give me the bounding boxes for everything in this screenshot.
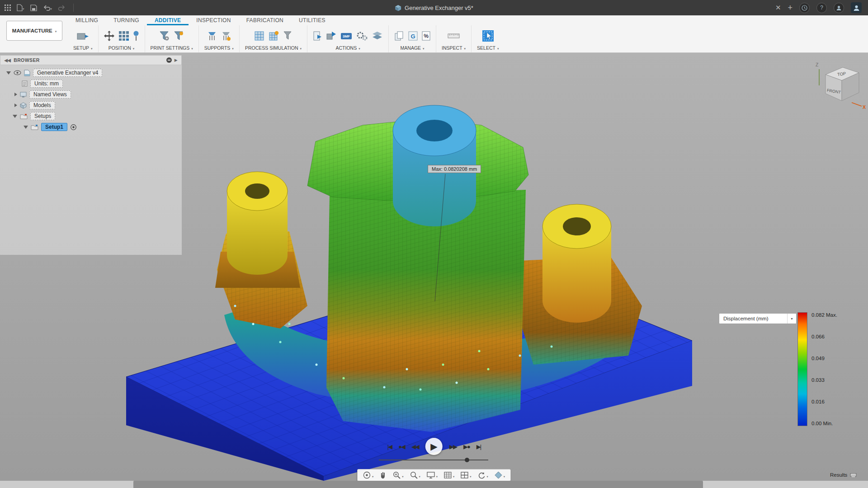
zoom-window-button[interactable] [390,469,406,481]
zoom-button[interactable] [406,469,423,481]
group-supports-label[interactable]: SUPPORTS [204,45,234,52]
visibility-eye-icon[interactable] [14,70,21,75]
workspace-switcher-button[interactable]: MANUFACTURE [6,21,62,41]
group-inspect-label[interactable]: INSPECT [442,45,466,52]
viewports-button[interactable] [458,469,474,481]
copy-pages-icon [394,31,404,41]
view-cube[interactable]: TOP FRONT Z X [813,59,867,113]
tree-item-models[interactable]: Models [29,101,55,109]
profile-icon[interactable] [834,3,844,13]
generate-supports-button[interactable] [207,31,217,41]
group-process-simulation-label[interactable]: PROCESS SIMULATION [245,45,302,52]
tolerance-button[interactable]: % [422,31,430,41]
job-status-icon[interactable] [799,3,810,13]
group-setup-label[interactable]: SETUP [73,45,93,52]
grid-settings-icon [444,472,452,479]
visual-style-button[interactable] [491,469,508,481]
expander-document[interactable] [6,71,11,75]
undo-icon[interactable] [43,4,52,12]
redo-icon[interactable] [58,5,66,11]
x-axis-line [852,103,862,106]
simulation-study-button[interactable] [254,31,264,41]
select-tool-button[interactable] [482,30,494,42]
results-status[interactable]: Results [830,472,857,478]
titlebar-divider [73,4,74,12]
skip-to-end-button[interactable]: ▶| [476,443,481,450]
active-setup-radio-icon[interactable] [70,124,77,131]
dropdown-caret-icon[interactable] [787,314,796,324]
group-supports: SUPPORTS [199,25,240,52]
browser-header[interactable]: ◀◀ BROWSER ▶ [0,55,182,65]
simulation-timeline-slider[interactable] [379,460,488,460]
edit-supports-icon [221,31,231,41]
duplicate-button[interactable] [394,31,404,41]
tree-item-named-views[interactable]: Named Views [29,90,71,99]
tab-milling[interactable]: MILLING [68,15,106,25]
print-setting-icon [159,31,170,41]
collapse-browser-icon[interactable]: ◀◀ [4,57,10,63]
help-icon[interactable]: ? [816,3,827,13]
tree-item-setups[interactable]: Setups [30,112,55,120]
measure-button[interactable] [448,32,460,40]
result-type-value: Displacement (mm) [723,316,769,321]
skip-to-start-button[interactable]: |◀ [387,443,392,450]
gcode-library-button[interactable]: G [408,31,418,41]
tab-utilities[interactable]: UTILITIES [291,15,333,25]
expander-setups[interactable] [13,115,17,118]
step-back-button[interactable]: ◀◀ [411,443,419,450]
tab-additive[interactable]: ADDITIVE [147,15,189,25]
bottom-scrollbar-handle[interactable] [133,481,703,488]
legend-tick-min: 0.00 Min. [811,421,833,426]
new-tab-icon[interactable]: + [788,3,793,13]
group-manage-label[interactable]: MANAGE [401,45,425,52]
export-3mf-button[interactable]: 3MF [340,31,352,41]
next-keyframe-button[interactable]: ▶● [463,443,470,450]
step-forward-button[interactable]: ▶▶ [449,443,457,450]
expander-models[interactable] [14,103,17,107]
generate-toolpath-button[interactable] [313,31,322,41]
slice-preview-button[interactable] [372,31,383,41]
document-cube-icon [395,5,401,11]
user-avatar[interactable] [851,2,862,13]
edit-print-setting-button[interactable] [174,31,184,41]
close-icon[interactable]: ✕ [775,4,781,12]
place-parts-button[interactable] [133,31,139,41]
tab-fabrication[interactable]: FABRICATION [239,15,291,25]
orbit-button[interactable] [360,469,377,481]
expander-named-views[interactable] [14,93,17,96]
timeline-knob[interactable] [465,458,469,462]
display-settings-button[interactable] [424,469,441,481]
tree-item-units[interactable]: Units: mm [30,80,63,88]
group-actions-label[interactable]: ACTIONS [335,45,360,52]
post-process-button[interactable] [326,31,336,41]
save-icon[interactable] [30,5,37,11]
edit-supports-button[interactable] [221,31,231,41]
tab-inspection[interactable]: INSPECTION [189,15,238,25]
simulation-grid-icon [254,31,264,41]
browser-display-toggle-icon[interactable] [166,57,172,63]
tree-item-setup1[interactable]: Setup1 [41,123,67,131]
tree-item-document[interactable]: Generative Exchanger v4 [33,69,102,77]
move-tool-button[interactable] [104,31,114,41]
machine-control-button[interactable] [356,31,368,41]
expand-browser-icon[interactable]: ▶ [175,58,178,62]
print-setting-button[interactable] [159,31,170,41]
window-select-icon [482,30,494,42]
group-select-label[interactable]: SELECT [477,45,499,52]
app-grid-icon[interactable] [5,5,11,11]
result-type-dropdown[interactable]: Displacement (mm) [719,313,797,324]
new-setup-button[interactable] [76,30,89,42]
expander-setup1[interactable] [24,126,28,129]
group-print-settings-label[interactable]: PRINT SETTINGS [151,45,193,52]
arrange-tool-button[interactable] [118,31,129,41]
simulation-settings-button[interactable] [269,31,279,41]
file-menu-icon[interactable] [17,4,24,12]
simulation-export-button[interactable] [283,31,292,41]
tab-turning[interactable]: TURNING [106,15,147,25]
refresh-view-button[interactable] [475,469,491,481]
pan-button[interactable] [377,469,390,481]
previous-keyframe-button[interactable]: ●◀ [398,443,405,450]
group-position-label[interactable]: POSITION [108,45,135,52]
play-button[interactable]: ▶ [425,438,443,455]
grid-settings-button[interactable] [441,469,458,481]
